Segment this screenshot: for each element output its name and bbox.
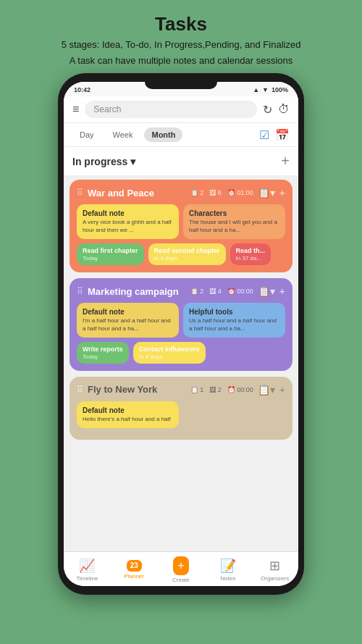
search-input[interactable]: Search [85,101,257,118]
timeline-icon: 📈 [79,558,95,574]
nav-notes[interactable]: 📝 Notes [204,558,251,582]
session-read-third[interactable]: Read th... In 37 da... [230,243,272,265]
tab-week[interactable]: Week [106,127,140,142]
task-meta-war-peace: 📋 2 🖼 6 ⏰ 01:00 [190,189,253,196]
section-title-btn[interactable]: In progress ▾ [72,156,135,167]
planner-badge: 23 [127,560,142,572]
refresh-icon[interactable]: ↻ [263,103,272,117]
tab-day[interactable]: Day [72,127,101,142]
drag-handle-icon: ⠿ [77,188,83,198]
note-default-2[interactable]: Default note I'm a half hour and a half … [77,303,179,338]
notes-grid-marketing: Default note I'm a half hour and a half … [77,303,285,338]
task-meta-fly: 📋 1 🖼 2 ⏰ 00:00 [190,386,253,393]
bottom-nav: 📈 Timeline 23 Planner + Create 📝 Notes ⊞… [64,551,298,586]
note-default-3[interactable]: Default note Hello there's a half hour a… [77,401,179,428]
notes-count: 📋 2 [190,189,204,196]
nav-create[interactable]: + Create [158,556,205,583]
drag-handle-icon-3: ⠿ [77,385,83,395]
sessions-row-war-peace: Read first chapter Today Read second cha… [77,243,285,265]
task-copy-icon-2[interactable]: 📋▾ [258,285,275,297]
task-title-war-peace: War and Peace [88,188,186,198]
signal-icon: ▲ [253,86,259,93]
organizers-icon: ⊞ [269,558,280,574]
task-card-fly-newyork: ⠿ Fly to New York 📋 1 🖼 2 ⏰ 00:00 📋▾ + D… [70,377,292,440]
note-characters[interactable]: Characters The house and I will get you … [183,204,285,239]
nav-planner[interactable]: 23 Planner [111,560,158,580]
phone-notch [145,82,217,89]
hamburger-icon[interactable]: ≡ [72,103,79,116]
task-add-icon-3[interactable]: + [279,384,285,396]
section-add-btn[interactable]: + [281,153,290,170]
sessions-row-marketing: Write reports Today Contact influencers … [77,342,285,364]
calendar-check-icon[interactable]: ☑ [259,128,269,142]
status-icons: ▲ ▼ 100% [253,86,288,93]
notes-icon: 📝 [220,558,236,574]
nav-timeline[interactable]: 📈 Timeline [64,558,111,582]
task-copy-icon-3[interactable]: 📋▾ [258,384,275,396]
session-write-reports[interactable]: Write reports Today [77,342,129,364]
task-add-icon[interactable]: + [279,187,285,198]
notes-grid-war-peace: Default note A very nice book a ghhh and… [77,204,285,239]
task-card-war-peace: ⠿ War and Peace 📋 2 🖼 6 ⏰ 01:00 📋▾ + Def… [70,180,292,272]
note-default-1[interactable]: Default note A very nice book a ghhh and… [77,204,179,239]
dropdown-icon: ▾ [130,156,135,167]
nav-organizers[interactable]: ⊞ Organizers [251,558,298,582]
task-card-marketing: ⠿ Marketing campaign 📋 2 🖼 4 ⏰ 00:00 📋▾ … [70,278,292,371]
task-copy-icon[interactable]: 📋▾ [258,187,275,198]
session-read-first[interactable]: Read first chapter Today [77,243,144,265]
time-label: ⏰ 01:00 [227,189,253,196]
session-read-second[interactable]: Read second chapter In 4 days [148,243,226,265]
tab-row: Day Week Month ☑ 📅 [64,123,298,147]
task-meta-marketing: 📋 2 🖼 4 ⏰ 00:00 [190,288,253,295]
page-title: Tasks [62,13,301,35]
images-count: 🖼 6 [209,189,222,196]
page-subtitle-line1: 5 stages: Idea, To-do, In Progress,Pendi… [62,38,301,51]
tab-icons: ☑ 📅 [259,128,290,142]
note-helpful-tools[interactable]: Helpful tools Us a half hour and a half … [183,303,285,338]
drag-handle-icon-2: ⠿ [77,286,83,296]
tab-month[interactable]: Month [144,127,182,142]
battery-label: 100% [272,86,288,93]
task-add-icon-2[interactable]: + [279,285,285,297]
status-time: 10:42 [74,86,90,93]
content-scroll: ⠿ War and Peace 📋 2 🖼 6 ⏰ 01:00 📋▾ + Def… [64,175,298,551]
notes-grid-fly: Default note Hello there's a half hour a… [77,401,285,428]
page-subtitle-line2: A task can have multiple notes and calen… [62,54,301,67]
timer-icon[interactable]: ⏱ [278,103,290,116]
calendar-view-icon[interactable]: 📅 [275,128,290,142]
page-header: Tasks 5 stages: Idea, To-do, In Progress… [47,0,316,73]
phone-shell: 10:42 ▲ ▼ 100% ≡ Search ↻ ⏱ Day Week Mon… [58,73,304,595]
create-icon: + [173,556,188,575]
task-title-fly-newyork: Fly to New York [88,384,186,395]
app-header: ≡ Search ↻ ⏱ [64,96,298,123]
phone-screen: 10:42 ▲ ▼ 100% ≡ Search ↻ ⏱ Day Week Mon… [64,82,298,586]
section-header: In progress ▾ + [64,147,298,175]
task-title-marketing: Marketing campaign [88,286,186,297]
session-contact-influencers[interactable]: Contact influencers In 4 days [133,342,206,364]
wifi-icon: ▼ [262,86,269,93]
